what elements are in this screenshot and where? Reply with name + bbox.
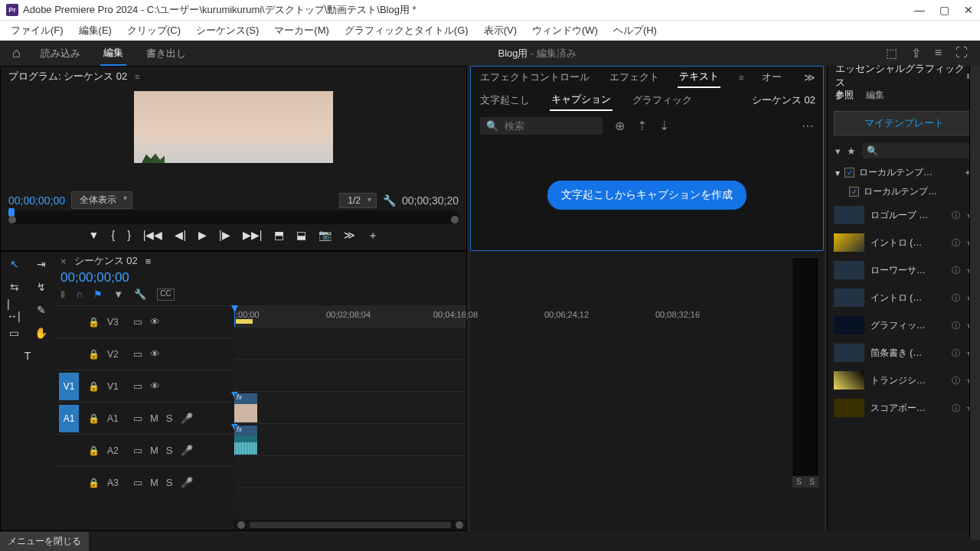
track-select-tool[interactable]: ⇥	[34, 256, 48, 272]
chevron-down-icon[interactable]: ▾	[835, 168, 840, 178]
workspace-import[interactable]: 読み込み	[38, 42, 83, 65]
template-item[interactable]: ロゴループ …ⓘ★	[828, 201, 980, 229]
local-folder[interactable]: ローカルテンプ…	[859, 166, 933, 179]
program-timecode[interactable]: 00;00;00;00	[8, 194, 65, 207]
sequence-name[interactable]: シーケンス 02	[74, 254, 138, 268]
template-item[interactable]: イントロ (…ⓘ★	[828, 229, 980, 256]
minimize-button[interactable]: —	[914, 4, 925, 16]
filter-icon[interactable]: ▾	[835, 145, 841, 157]
close-sequence-icon[interactable]: ×	[60, 256, 67, 267]
mic-icon[interactable]: 🎤	[181, 477, 193, 488]
add-caption-icon[interactable]: ⊕	[615, 119, 625, 133]
workspace-export[interactable]: 書き出し	[143, 42, 189, 65]
share-icon[interactable]: ⇪	[911, 46, 921, 60]
close-button[interactable]: ✕	[963, 4, 974, 16]
more-transport-icon[interactable]: ≫	[344, 229, 355, 243]
add-button-icon[interactable]: ＋	[368, 229, 378, 243]
template-item[interactable]: 箇条書き (…ⓘ★	[828, 339, 980, 367]
favorite-icon[interactable]: ★	[847, 145, 856, 157]
mic-icon[interactable]: 🎤	[181, 445, 193, 456]
workspace-edit[interactable]: 編集	[100, 41, 126, 66]
sync-icon[interactable]: ▭	[133, 380, 142, 392]
goto-in-icon[interactable]: |◀◀	[143, 229, 163, 243]
home-icon[interactable]: ⌂	[12, 45, 21, 61]
menu-edit[interactable]: 編集(E)	[71, 21, 119, 40]
sync-icon[interactable]: ▭	[133, 445, 142, 456]
type-tool[interactable]: T	[20, 348, 35, 364]
time-ruler[interactable]: ;00;00 00;02;08;04 00;04;16;08 00;06;24;…	[234, 305, 466, 327]
menu-graphics[interactable]: グラフィックとタイトル(G)	[337, 21, 476, 40]
quick-export-icon[interactable]: ⬚	[886, 46, 897, 60]
local-checkbox[interactable]: ✓	[844, 168, 854, 178]
audio-meter[interactable]: SS	[792, 257, 819, 487]
info-icon[interactable]: ⓘ	[952, 292, 960, 304]
source-a1[interactable]: A1	[59, 405, 79, 432]
subtab-transcribe[interactable]: 文字起こし	[479, 90, 531, 110]
link-icon[interactable]: ∩	[76, 289, 83, 301]
eg-tab-browse[interactable]: 参照	[835, 89, 854, 102]
template-item[interactable]: グラフィッ…ⓘ★	[828, 311, 980, 339]
track-a2[interactable]: A2	[107, 445, 126, 456]
subtab-caption[interactable]: キャプション	[550, 90, 612, 111]
track-a3[interactable]: A3	[107, 478, 126, 488]
play-icon[interactable]: ▶	[198, 229, 207, 243]
marker-tool-icon[interactable]: ⚑	[93, 289, 103, 301]
marker2-icon[interactable]: ▼	[113, 289, 123, 301]
menu-marker[interactable]: マーカー(M)	[266, 21, 337, 40]
eye-icon[interactable]: 👁	[150, 380, 160, 392]
goto-out-icon[interactable]: ▶▶|	[243, 229, 263, 243]
eg-search[interactable]: 🔍	[862, 143, 972, 158]
template-item[interactable]: スコアボー…ⓘ★	[828, 394, 980, 422]
info-icon[interactable]: ⓘ	[952, 320, 960, 331]
menu-sequence[interactable]: シーケンス(S)	[188, 21, 266, 40]
subtab-graphics[interactable]: グラフィック	[631, 90, 694, 110]
info-icon[interactable]: ⓘ	[952, 347, 960, 359]
track-v1[interactable]: V1	[107, 381, 126, 392]
solo-icon[interactable]: S	[166, 477, 173, 488]
razor-tool[interactable]: |↔|	[7, 302, 21, 318]
local-subfolder[interactable]: ローカルテンプ…	[864, 185, 937, 198]
timeline-timecode[interactable]: 00;00;00;00	[60, 270, 129, 285]
program-menu-icon[interactable]: ≡	[135, 72, 139, 81]
workspace-menu-icon[interactable]: ≡	[935, 46, 942, 60]
timeline-hscroll[interactable]	[234, 520, 466, 530]
lock-icon[interactable]: 🔒	[88, 413, 100, 424]
search-input[interactable]	[505, 120, 596, 132]
mic-icon[interactable]: 🎤	[181, 412, 193, 424]
step-back-icon[interactable]: ◀|	[175, 229, 186, 243]
maximize-button[interactable]: ▢	[939, 4, 949, 16]
tab-audio[interactable]: オー	[760, 67, 783, 87]
hand-tool[interactable]: ✋	[34, 325, 48, 341]
program-preview[interactable]	[134, 91, 333, 163]
track-v2[interactable]: V2	[107, 349, 126, 360]
cc-icon[interactable]: CC	[157, 289, 174, 301]
fullscreen-icon[interactable]: ⛶	[956, 46, 968, 60]
zoom-select[interactable]: 全体表示	[71, 191, 132, 209]
mute-icon[interactable]: M	[150, 477, 158, 488]
export-frame-icon[interactable]: 📷	[318, 229, 332, 243]
sync-icon[interactable]: ▭	[133, 412, 142, 424]
resolution-select[interactable]: 1/2	[339, 193, 377, 208]
more-icon[interactable]: ⋯	[802, 119, 814, 133]
info-icon[interactable]: ⓘ	[952, 403, 960, 414]
mute-icon[interactable]: M	[150, 445, 158, 456]
merge-icon[interactable]: ⇣	[659, 119, 669, 133]
sync-icon[interactable]: ▭	[133, 348, 142, 360]
lock-icon[interactable]: 🔒	[88, 445, 100, 456]
video-clip[interactable]	[234, 393, 257, 422]
selection-tool[interactable]: ↖	[7, 256, 21, 272]
timeline-area[interactable]: ;00;00 00;02;08;04 00;04;16;08 00;06;24;…	[234, 305, 466, 530]
local-checkbox2[interactable]: ✓	[849, 187, 859, 197]
lock-icon[interactable]: 🔒	[88, 478, 100, 488]
in-point-icon[interactable]: {	[111, 229, 115, 243]
mark-in-icon[interactable]: ▼	[89, 229, 100, 243]
close-menu-button[interactable]: メニューを閉じる	[0, 532, 89, 551]
tab-text[interactable]: テキスト	[678, 67, 720, 88]
step-fwd-icon[interactable]: |▶	[219, 229, 230, 243]
info-icon[interactable]: ⓘ	[952, 375, 960, 386]
snap-icon[interactable]: ⫴	[60, 289, 65, 301]
info-icon[interactable]: ⓘ	[952, 210, 960, 221]
eye-icon[interactable]: 👁	[150, 348, 160, 360]
mute-icon[interactable]: M	[150, 412, 158, 424]
extract-icon[interactable]: ⬓	[296, 229, 306, 243]
